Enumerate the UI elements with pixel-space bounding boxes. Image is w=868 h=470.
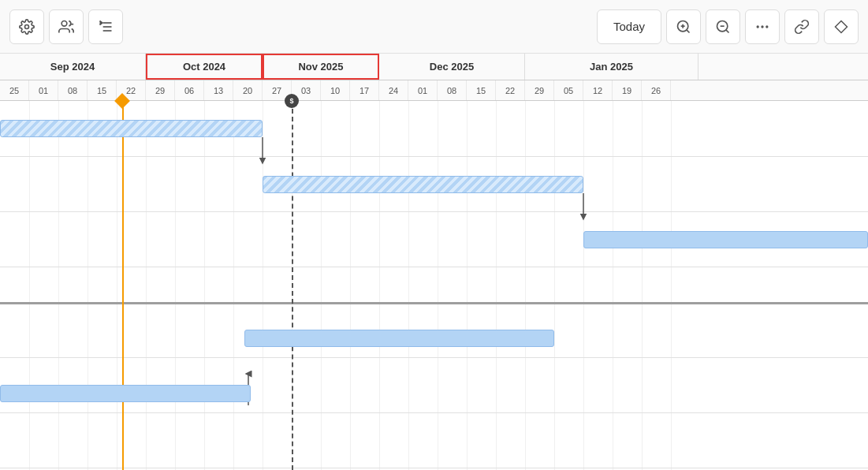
week-15: 15 — [88, 80, 117, 100]
week-24: 24 — [379, 80, 408, 100]
row-divider-thick — [0, 302, 868, 304]
gantt-bar-row2[interactable] — [263, 176, 583, 193]
week-29b: 29 — [525, 80, 554, 100]
people-button[interactable] — [49, 9, 84, 44]
gantt-bar-row3[interactable] — [583, 231, 868, 248]
zoom-in-button[interactable] — [666, 9, 701, 44]
diamond-button[interactable] — [824, 9, 859, 44]
svg-line-14 — [726, 29, 729, 32]
month-nov-2025: Nov 2025 — [263, 54, 379, 80]
month-jan-2025: Jan 2025 — [525, 54, 698, 80]
gantt-bar-row5[interactable] — [0, 385, 251, 402]
today-button[interactable]: Today — [597, 9, 661, 44]
week-12: 12 — [583, 80, 613, 100]
week-26: 26 — [642, 80, 671, 100]
settings-button[interactable] — [9, 9, 44, 44]
gantt-bar-row4[interactable] — [244, 330, 554, 347]
link-button[interactable] — [784, 9, 819, 44]
svg-point-1 — [61, 21, 67, 26]
week-08: 08 — [58, 80, 88, 100]
svg-point-17 — [762, 26, 763, 28]
month-sep-2024: Sep 2024 — [0, 54, 146, 80]
grid-body: $ — [0, 101, 868, 470]
week-20: 20 — [233, 80, 263, 100]
week-01b: 01 — [408, 80, 438, 100]
gantt-bar-row1[interactable] — [0, 120, 263, 137]
gantt-chart: Sep 2024 Oct 2024 Nov 2025 Dec 2025 Jan … — [0, 54, 868, 470]
row-divider-3 — [0, 267, 868, 267]
week-header: 25 01 08 15 22 29 06 13 20 27 03 10 17 2… — [0, 80, 868, 101]
dashed-line-marker: $ — [285, 94, 299, 108]
week-17: 17 — [350, 80, 379, 100]
today-line — [122, 101, 124, 470]
week-25: 25 — [0, 80, 29, 100]
svg-marker-19 — [836, 21, 848, 32]
week-22b: 22 — [496, 80, 525, 100]
week-06: 06 — [175, 80, 204, 100]
week-08b: 08 — [438, 80, 467, 100]
filter-button[interactable] — [88, 9, 123, 44]
week-13: 13 — [204, 80, 233, 100]
toolbar: Today — [0, 0, 868, 54]
week-29: 29 — [146, 80, 175, 100]
svg-point-18 — [766, 26, 768, 28]
more-button[interactable] — [745, 9, 780, 44]
svg-point-16 — [757, 26, 758, 28]
month-header: Sep 2024 Oct 2024 Nov 2025 Dec 2025 Jan … — [0, 54, 868, 80]
zoom-out-button[interactable] — [706, 9, 740, 44]
week-01: 01 — [29, 80, 58, 100]
row-divider-1 — [0, 156, 868, 157]
svg-point-0 — [25, 24, 29, 28]
week-15b: 15 — [467, 80, 496, 100]
row-divider-5 — [0, 412, 868, 413]
month-oct-2024: Oct 2024 — [146, 54, 263, 80]
week-05: 05 — [554, 80, 583, 100]
month-dec-2025: Dec 2025 — [379, 54, 525, 80]
svg-line-10 — [687, 29, 690, 32]
row-divider-6 — [0, 468, 868, 468]
week-19: 19 — [613, 80, 642, 100]
week-10: 10 — [321, 80, 350, 100]
row-divider-2 — [0, 211, 868, 212]
row-divider-4 — [0, 357, 868, 358]
